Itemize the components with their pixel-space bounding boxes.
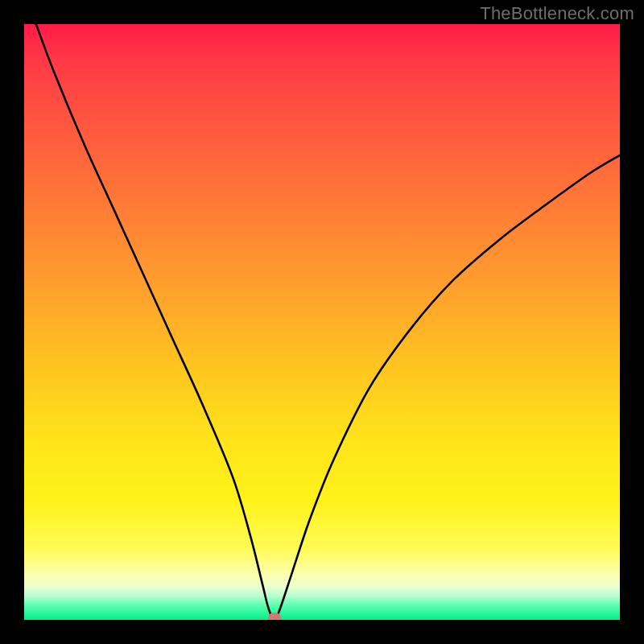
optimum-marker (268, 613, 281, 620)
curve-path (36, 24, 620, 620)
plot-area (24, 24, 620, 620)
watermark-text: TheBottleneck.com (480, 3, 634, 24)
bottleneck-curve (24, 24, 620, 620)
chart-frame: TheBottleneck.com (0, 0, 644, 644)
